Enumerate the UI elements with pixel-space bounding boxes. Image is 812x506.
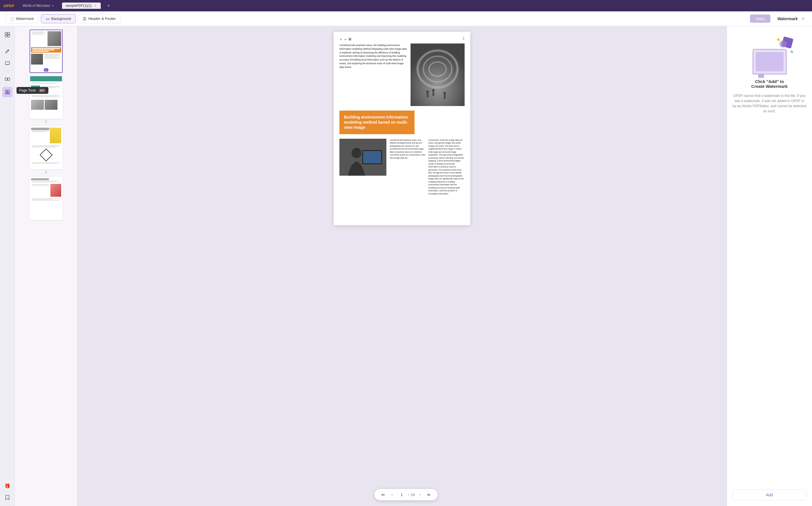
thumb-frame-4[interactable] (29, 177, 63, 220)
thumb-frame-1[interactable]: 1 (29, 29, 63, 73)
watermark-prompt: Click "Add" to Create Watermark (751, 79, 788, 89)
arrow-decoration: ➤ (789, 48, 795, 55)
watermark-icon: ⬚ (10, 16, 14, 21)
apply-button[interactable]: Apply (750, 14, 771, 23)
close-tab-icon[interactable]: ✕ (93, 4, 97, 8)
svg-rect-7 (5, 90, 7, 92)
svg-rect-8 (8, 90, 9, 92)
svg-point-24 (351, 148, 362, 158)
thumbnail-2[interactable]: 2 (17, 76, 75, 123)
tab-label: samplePDF(1)(1) (65, 4, 92, 8)
page-input[interactable] (397, 493, 406, 497)
tooltip-shortcut: ⌘5 (39, 89, 46, 92)
add-button[interactable]: Add (733, 490, 806, 500)
svg-point-17 (432, 89, 435, 92)
pdf-page: ▲ ▲ 1 Combined with practical cases, the… (334, 32, 470, 225)
thumbnails-panel: 1 (15, 26, 77, 506)
header-footer-label: Header & Footer (88, 16, 116, 21)
right-panel: ★ ➤ Click "Add" to Create Watermark UPDF… (727, 26, 812, 506)
svg-rect-20 (444, 95, 446, 99)
watermark-label: Watermark (16, 16, 34, 21)
thumb-frame-3[interactable] (29, 126, 63, 169)
svg-rect-10 (8, 93, 9, 94)
svg-rect-5 (5, 78, 7, 80)
sidebar: Page Tools ⌘5 🎁 (0, 26, 15, 506)
thumbnail-4[interactable] (17, 177, 75, 220)
svg-point-15 (426, 90, 429, 93)
pdf-mini-toolbar: ▲ ▲ (340, 37, 465, 40)
background-button[interactable]: ▭ Background (41, 14, 76, 23)
thumb-badge-1: 1 (44, 68, 48, 72)
star-icon[interactable]: ★ (800, 15, 806, 22)
svg-rect-2 (5, 35, 7, 37)
toolbar: ⬚ Watermark ▭ Background ☰ Header & Foot… (0, 11, 812, 26)
pdf-bottom-section: Combined with practical cases, low-altit… (340, 139, 465, 195)
total-pages: 10 (411, 493, 415, 497)
sidebar-divider-3 (2, 492, 10, 492)
screen-graphic (756, 52, 784, 71)
sidebar-divider-1 (3, 43, 11, 43)
svg-point-19 (443, 92, 446, 95)
monitor-stand (758, 75, 764, 78)
edit-tab-icon[interactable]: ✎ (52, 4, 54, 7)
app-logo: UPDF (3, 4, 14, 8)
svg-rect-0 (5, 32, 7, 34)
sidebar-item-comment[interactable] (2, 58, 12, 69)
pdf-top-section: Combined with practical cases, the build… (340, 44, 465, 106)
thumbnail-3[interactable]: 3 (17, 126, 75, 174)
svg-rect-1 (8, 32, 10, 34)
page-tools-tooltip: Page Tools ⌘5 (16, 87, 49, 94)
sidebar-divider-2 (3, 71, 11, 72)
first-page-button[interactable]: ⏮ (379, 491, 387, 499)
prev-page-button[interactable]: ‹ (388, 491, 396, 499)
sidebar-item-edit[interactable] (2, 46, 12, 56)
svg-rect-6 (8, 78, 10, 80)
sidebar-item-gift[interactable]: 🎁 (2, 481, 12, 491)
pdf-viewer: ▲ ▲ 1 Combined with practical cases, the… (77, 26, 727, 506)
thumb-page-4 (30, 177, 62, 220)
pdf-top-image (411, 44, 465, 106)
pdf-top-text: Combined with practical cases, the build… (340, 44, 407, 106)
watermark-illustration: ★ ➤ (744, 35, 795, 75)
thumb-frame-2[interactable] (29, 76, 63, 119)
pdf-bottom-image (340, 139, 386, 176)
header-footer-button[interactable]: ☰ Header & Footer (78, 14, 120, 23)
sidebar-item-organize[interactable] (2, 75, 12, 85)
svg-rect-3 (8, 35, 10, 37)
monitor-graphic (752, 49, 787, 75)
tab-label: World of Microbes (22, 4, 50, 8)
pdf-orange-title: Building environment information modelin… (344, 114, 410, 130)
pdf-bottom-right-text: constructed, multi-view image data are f… (429, 139, 465, 195)
tooltip-label: Page Tools (19, 88, 36, 92)
pdf-orange-banner: Building environment information modelin… (340, 110, 415, 134)
panel-title: Watermark (777, 16, 798, 21)
last-page-button[interactable]: ⏭ (425, 491, 433, 499)
tab-world-of-microbes[interactable]: World of Microbes ✎ (19, 3, 57, 9)
sidebar-bottom: 🎁 (2, 481, 12, 503)
add-tab-button[interactable]: + (105, 2, 112, 9)
sidebar-item-bookmark[interactable] (2, 492, 12, 503)
sidebar-item-pages[interactable] (2, 29, 12, 40)
background-label: Background (51, 16, 71, 21)
star-decoration: ★ (776, 36, 781, 43)
pdf-bottom-left-text: Combined with practical cases, low-altit… (390, 139, 426, 195)
watermark-description: UPDF cannot find a watermark in this fil… (733, 93, 806, 114)
svg-rect-16 (427, 93, 429, 97)
next-page-button[interactable]: › (416, 491, 424, 499)
thumb-page-3 (30, 127, 62, 169)
background-icon: ▭ (46, 16, 50, 21)
tab-sample-pdf[interactable]: samplePDF(1)(1) ✕ (62, 3, 101, 9)
sidebar-item-page-tools[interactable]: Page Tools ⌘5 (2, 87, 12, 97)
thumb-page-2 (30, 76, 62, 118)
svg-rect-9 (5, 93, 7, 94)
titlebar: UPDF World of Microbes ✎ samplePDF(1)(1)… (0, 0, 812, 11)
svg-rect-4 (5, 62, 9, 65)
thumb-num-3: 3 (45, 171, 47, 174)
svg-rect-23 (363, 151, 381, 163)
thumbnail-1[interactable]: 1 (17, 29, 75, 73)
thumb-num-2: 2 (45, 120, 47, 123)
navigation-bar: ⏮ ‹ / 10 › ⏭ (374, 489, 438, 500)
watermark-button[interactable]: ⬚ Watermark (6, 14, 39, 23)
main-content: Page Tools ⌘5 🎁 (0, 26, 812, 506)
thumb-page-1 (30, 30, 62, 72)
